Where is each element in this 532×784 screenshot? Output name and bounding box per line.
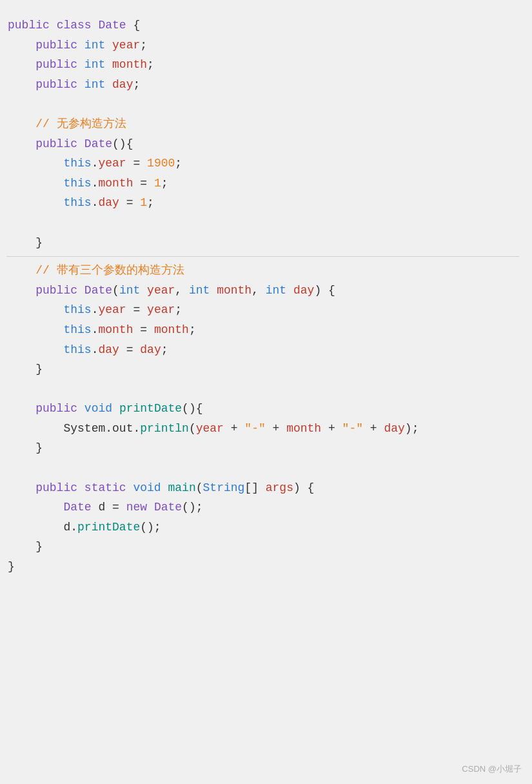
line-1: public class Date { xyxy=(6,15,519,35)
line-12: this.month = month; xyxy=(6,320,519,340)
line-18: public static void main(String[] args) { xyxy=(6,478,519,498)
line-comment-1: // 无参构造方法 xyxy=(6,114,519,134)
line-5: public Date(){ xyxy=(6,134,519,154)
line-comment-2: // 带有三个参数的构造方法 xyxy=(6,261,519,281)
line-20: d.printDate(); xyxy=(6,518,519,538)
line-22: } xyxy=(6,557,519,577)
separator-1 xyxy=(6,256,519,257)
line-blank-2 xyxy=(6,213,519,233)
line-blank-4 xyxy=(6,458,519,478)
line-4: public int day; xyxy=(6,75,519,95)
line-2: public int year; xyxy=(6,35,519,55)
line-11: this.year = year; xyxy=(6,300,519,320)
line-3: public int month; xyxy=(6,55,519,75)
line-19: Date d = new Date(); xyxy=(6,498,519,518)
code-container: public class Date { public int year; pub… xyxy=(6,10,519,582)
line-14: } xyxy=(6,359,519,379)
line-21: } xyxy=(6,537,519,557)
line-7: this.month = 1; xyxy=(6,174,519,194)
line-9: } xyxy=(6,233,519,253)
line-16: System.out.println(year + "-" + month + … xyxy=(6,419,519,439)
line-blank-1 xyxy=(6,94,519,114)
line-10: public Date(int year, int month, int day… xyxy=(6,281,519,301)
line-15: public void printDate(){ xyxy=(6,399,519,419)
line-13: this.day = day; xyxy=(6,340,519,360)
line-17: } xyxy=(6,438,519,458)
line-6: this.year = 1900; xyxy=(6,154,519,174)
line-8: this.day = 1; xyxy=(6,193,519,213)
line-blank-3 xyxy=(6,379,519,399)
watermark: CSDN @小堀子 xyxy=(462,762,522,776)
